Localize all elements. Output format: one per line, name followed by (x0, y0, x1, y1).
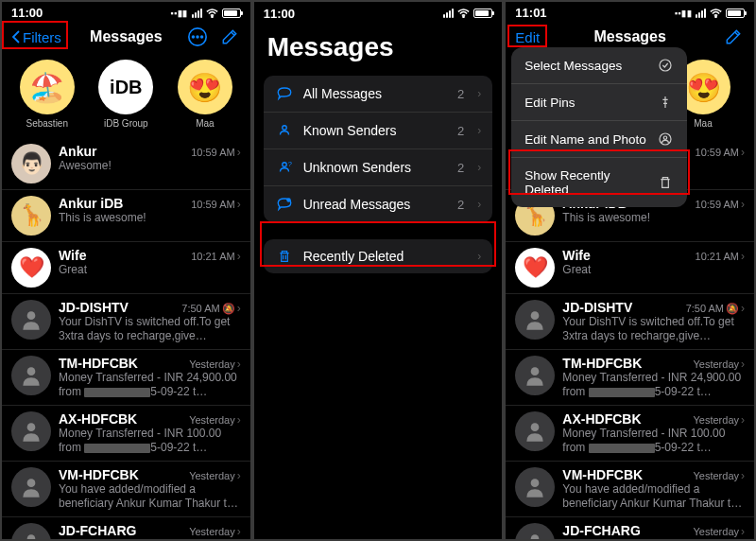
menu-label: Edit Name and Photo (524, 132, 645, 147)
thread-preview: This is awesome! (59, 211, 241, 225)
chevron-right-icon: › (477, 87, 481, 100)
thread-name: JD-DISHTV (59, 300, 129, 315)
svg-point-23 (531, 534, 540, 539)
thread-row[interactable]: JD-FCHARGYesterday ›Hi Ankur, Rs.1000.00… (2, 516, 250, 539)
nav-bar: Filters Messages (2, 20, 250, 56)
svg-point-6 (27, 367, 36, 375)
status-bar: 11:01 ▪▪▮▮ (506, 2, 754, 20)
svg-point-7 (27, 423, 36, 431)
thread-name: VM-HDFCBK (59, 467, 139, 482)
trash-icon (657, 175, 674, 190)
svg-point-8 (27, 479, 36, 487)
ellipsis-circle-icon (187, 26, 208, 47)
filter-row-unread-messages[interactable]: Unread Messages2› (264, 185, 493, 222)
back-filters-button[interactable]: Filters (11, 29, 61, 45)
filter-group: Recently Deleted› (264, 239, 493, 273)
pinned-conversation[interactable]: 🏖️Sebastien (13, 60, 81, 129)
svg-point-15 (715, 16, 716, 17)
filter-count: 2 (457, 198, 464, 212)
wifi-icon (710, 9, 722, 18)
mute-icon: 🔕 (222, 303, 235, 315)
thread-name: AX-HDFCBK (562, 411, 641, 427)
unread-icon (275, 196, 294, 213)
check-icon (657, 58, 674, 73)
menu-item-edit-pins[interactable]: Edit Pins (511, 83, 687, 120)
thread-row[interactable]: ❤️Wife10:21 AM ›Great (2, 241, 250, 293)
edit-button[interactable]: Edit (515, 29, 540, 45)
compose-button[interactable] (218, 26, 241, 48)
filter-label: Unread Messages (303, 197, 448, 212)
filter-row-all-messages[interactable]: All Messages2› (264, 76, 493, 112)
thread-name: JD-DISHTV (562, 300, 632, 315)
thread-row[interactable]: VM-HDFCBKYesterday ›You have added/modif… (506, 461, 754, 516)
svg-point-2 (192, 36, 194, 38)
thread-time: 10:59 AM › (191, 146, 240, 159)
filter-row-known-senders[interactable]: Known Senders2› (264, 112, 493, 148)
unknown-icon: ? (275, 159, 294, 176)
thread-preview: Great (562, 263, 745, 277)
thread-row[interactable]: JD-DISHTV7:50 AM 🔕›Your DishTV is switch… (2, 293, 250, 349)
thread-row[interactable]: AX-HDFCBKYesterday ›Money Transferred - … (2, 405, 250, 461)
thread-row[interactable]: JD-FCHARGYesterday ›Hi Ankur, Rs.1000.00… (506, 516, 754, 539)
menu-label: Select Messages (524, 59, 622, 73)
compose-button[interactable] (722, 26, 745, 48)
compose-icon (724, 27, 743, 46)
menu-item-edit-name-and-photo[interactable]: Edit Name and Photo (511, 120, 687, 157)
svg-point-11 (282, 126, 286, 131)
chevron-right-icon: › (477, 198, 481, 211)
svg-point-16 (660, 60, 671, 71)
thread-row[interactable]: AX-HDFCBKYesterday ›Money Transferred - … (506, 405, 754, 461)
thread-row[interactable]: JD-DISHTV7:50 AM 🔕›Your DishTV is switch… (506, 293, 754, 349)
filter-row-unknown-senders[interactable]: ?Unknown Senders2› (264, 148, 493, 185)
person-icon (657, 131, 674, 147)
more-button[interactable] (186, 26, 209, 48)
pinned-conversation[interactable]: 😍Maa (171, 60, 239, 129)
thread-row[interactable]: ❤️Wife10:21 AM ›Great (506, 241, 754, 293)
pin-icon (657, 95, 674, 110)
svg-text:?: ? (287, 160, 291, 168)
battery-icon (222, 9, 241, 18)
thread-preview: Money Transferred - INR 24,900.00 from 5… (562, 371, 745, 399)
filter-group: All Messages2›Known Senders2›?Unknown Se… (264, 76, 493, 222)
thread-row[interactable]: 👨🏻Ankur10:59 AM ›Awesome! (2, 138, 250, 189)
filter-row-recently-deleted[interactable]: Recently Deleted› (264, 239, 493, 273)
thread-row[interactable]: VM-HDFCBKYesterday ›You have added/modif… (2, 461, 250, 516)
thread-preview: Your DishTV is switched off.To get 3xtra… (59, 315, 241, 343)
pinned-conversation[interactable]: iDBiDB Group (92, 60, 160, 129)
menu-item-select-messages[interactable]: Select Messages (511, 47, 687, 83)
chevron-right-icon: › (237, 198, 241, 211)
chevron-right-icon: › (237, 358, 241, 371)
filter-count: 2 (457, 124, 464, 138)
pin-label: iDB Group (104, 118, 148, 129)
thread-preview: You have added/modified a beneficiary An… (562, 482, 745, 511)
thread-preview: Hi Ankur, Rs.1000.00 has been added to y… (562, 538, 745, 539)
pane-edit-menu: 11:01 ▪▪▮▮ Edit Messages Select Messages… (506, 2, 754, 539)
thread-row[interactable]: TM-HDFCBKYesterday ›Money Transferred - … (506, 349, 754, 405)
signal-icon (443, 9, 454, 18)
thread-preview: Money Transferred - INR 24,900.00 from 5… (59, 371, 241, 399)
compose-icon (220, 27, 239, 46)
thread-row[interactable]: 🦒Ankur iDB10:59 AM ›This is awesome! (2, 189, 250, 241)
thread-preview: You have added/modified a beneficiary An… (59, 482, 241, 511)
thread-time: Yesterday › (189, 469, 241, 482)
thread-time: 10:59 AM › (191, 198, 240, 211)
chevron-right-icon: › (237, 525, 241, 538)
wifi-icon (206, 9, 218, 18)
chevron-right-icon: › (741, 146, 745, 159)
svg-point-21 (531, 423, 540, 431)
pinned-row: 🏖️SebastieniDBiDB Group😍Maa (2, 56, 250, 138)
thread-time: Yesterday › (693, 525, 745, 538)
thread-time: Yesterday › (693, 469, 745, 482)
thread-time: 10:21 AM › (696, 250, 745, 263)
svg-point-9 (27, 534, 36, 539)
menu-item-show-recently-deleted[interactable]: Show Recently Deleted (511, 157, 687, 207)
svg-point-5 (27, 311, 36, 320)
page-title: Messages (254, 21, 503, 76)
filter-count: 2 (457, 161, 464, 175)
battery-icon (473, 9, 492, 18)
svg-point-3 (197, 36, 198, 38)
thread-row[interactable]: TM-HDFCBKYesterday ›Money Transferred - … (2, 349, 250, 405)
svg-point-22 (531, 479, 540, 487)
chevron-right-icon: › (477, 161, 481, 174)
pin-label: Maa (694, 118, 712, 129)
